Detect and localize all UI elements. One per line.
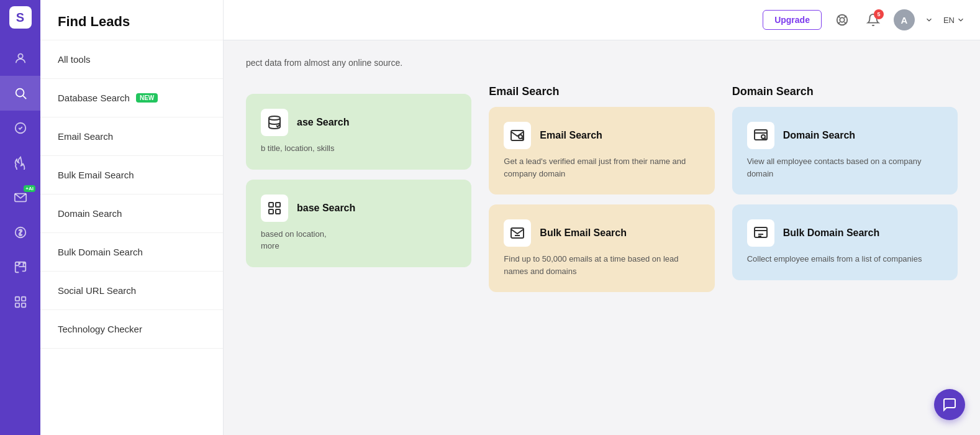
menu-item-technology-checker[interactable]: Technology Checker: [40, 310, 223, 349]
card-desc-email: Get a lead's verified email just from th…: [504, 155, 699, 180]
svg-line-13: [845, 16, 846, 17]
nav-icon-dollar[interactable]: [0, 215, 40, 250]
chat-bubble-button[interactable]: [934, 389, 965, 420]
column-email: Email Search Email Search: [489, 85, 714, 302]
nav-icon-puzzle[interactable]: [0, 250, 40, 285]
svg-rect-8: [15, 303, 19, 307]
ai-badge: +AI: [24, 185, 35, 192]
menu-item-label: Domain Search: [58, 208, 122, 219]
card-icon-bulk-email: [504, 219, 531, 247]
main-content: Upgrade 5 A EN: [224, 0, 980, 435]
svg-line-12: [838, 16, 840, 17]
page-body: pect data from almost any online source.: [224, 40, 980, 319]
svg-point-16: [269, 116, 280, 120]
card-title-database: ase Search: [297, 117, 350, 128]
card-icon-bulk-database: [261, 195, 288, 222]
card-desc-bulk-email: Find up to 50,000 emails at a time based…: [504, 253, 699, 277]
lang-label: EN: [943, 16, 955, 25]
card-title-email: Email Search: [540, 130, 602, 141]
notification-badge: 5: [874, 9, 884, 19]
section-title-email: Email Search: [489, 85, 714, 98]
svg-point-29: [761, 135, 765, 139]
menu-title: Find Leads: [40, 0, 223, 40]
card-domain-search[interactable]: Domain Search View all employee contacts…: [732, 107, 958, 195]
svg-point-11: [840, 17, 844, 22]
notification-button[interactable]: 5: [863, 9, 884, 30]
card-icon-bulk-domain: [747, 219, 774, 247]
avatar[interactable]: A: [894, 9, 915, 30]
menu-item-label: Bulk Domain Search: [58, 247, 143, 257]
section-title-domain: Domain Search: [732, 85, 958, 98]
card-database-search[interactable]: ase Search b title, location, skills: [246, 94, 471, 170]
svg-line-2: [23, 96, 26, 99]
card-bulk-database[interactable]: base Search based on location,more: [246, 180, 471, 267]
sections-grid: ase Search b title, location, skills bas…: [246, 85, 958, 302]
menu-item-label: Technology Checker: [58, 324, 142, 334]
svg-rect-18: [269, 203, 273, 207]
menu-sidebar: Find Leads All tools Database Search NEW…: [40, 0, 224, 435]
card-bulk-domain[interactable]: Bulk Domain Search Collect employee emai…: [732, 204, 958, 280]
menu-item-label: Bulk Email Search: [58, 170, 134, 180]
menu-item-label: Email Search: [58, 131, 113, 142]
nav-icon-mail[interactable]: +AI: [0, 180, 40, 215]
svg-line-14: [845, 22, 846, 24]
menu-item-bulk-email-search[interactable]: Bulk Email Search: [40, 156, 223, 195]
card-email-search[interactable]: Email Search Get a lead's verified email…: [489, 107, 714, 195]
card-desc-bulk-domain: Collect employee emails from a list of c…: [747, 253, 943, 265]
svg-point-1: [16, 89, 24, 97]
card-bulk-email[interactable]: Bulk Email Search Find up to 50,000 emai…: [489, 204, 714, 292]
card-icon-domain: [747, 122, 774, 149]
nav-icon-search[interactable]: [0, 76, 40, 111]
icon-sidebar: S +AI: [0, 0, 40, 435]
column-database: ase Search b title, location, skills bas…: [246, 85, 471, 302]
card-icon-email: [504, 122, 531, 149]
menu-item-database-search[interactable]: Database Search NEW: [40, 79, 223, 117]
page-subtitle: pect data from almost any online source.: [246, 58, 958, 68]
chat-icon: [942, 397, 957, 412]
svg-rect-19: [276, 203, 280, 207]
card-title-bulk-database: base Search: [297, 203, 355, 214]
svg-rect-9: [21, 303, 25, 307]
app-logo[interactable]: S: [9, 6, 32, 29]
language-selector[interactable]: EN: [943, 16, 965, 25]
svg-rect-7: [21, 297, 25, 301]
svg-rect-20: [269, 209, 273, 214]
lang-chevron-icon: [956, 16, 965, 24]
card-icon-database: [261, 109, 288, 136]
card-desc-bulk-database: based on location,more: [261, 228, 456, 252]
menu-item-bulk-domain-search[interactable]: Bulk Domain Search: [40, 233, 223, 272]
card-title-bulk-domain: Bulk Domain Search: [783, 227, 880, 239]
svg-point-0: [18, 54, 22, 58]
nav-icon-grid[interactable]: [0, 285, 40, 319]
chevron-down-icon: [925, 16, 933, 24]
card-title-domain: Domain Search: [783, 130, 855, 141]
svg-point-23: [519, 135, 522, 139]
avatar-dropdown[interactable]: [925, 16, 933, 24]
menu-item-email-search[interactable]: Email Search: [40, 117, 223, 156]
menu-item-domain-search[interactable]: Domain Search: [40, 195, 223, 233]
upgrade-button[interactable]: Upgrade: [763, 10, 822, 30]
nav-icon-fire[interactable]: [0, 145, 40, 180]
nav-icon-check[interactable]: [0, 111, 40, 145]
header: Upgrade 5 A EN: [224, 0, 980, 40]
menu-item-label: Social URL Search: [58, 285, 136, 296]
card-desc-database: b title, location, skills: [261, 142, 456, 155]
svg-line-15: [838, 22, 840, 24]
menu-item-all-tools[interactable]: All tools: [40, 40, 223, 79]
help-icon-button[interactable]: [832, 9, 853, 30]
column-domain: Domain Search Domain Search: [732, 85, 958, 302]
menu-item-label: Database Search: [58, 93, 130, 103]
svg-rect-21: [276, 209, 280, 214]
card-title-bulk-email: Bulk Email Search: [540, 227, 627, 239]
menu-item-social-url-search[interactable]: Social URL Search: [40, 272, 223, 310]
menu-item-label: All tools: [58, 54, 91, 65]
new-badge: NEW: [136, 93, 158, 103]
nav-icon-person[interactable]: [0, 41, 40, 76]
svg-rect-6: [15, 297, 19, 301]
card-desc-domain: View all employee contacts based on a co…: [747, 155, 943, 180]
